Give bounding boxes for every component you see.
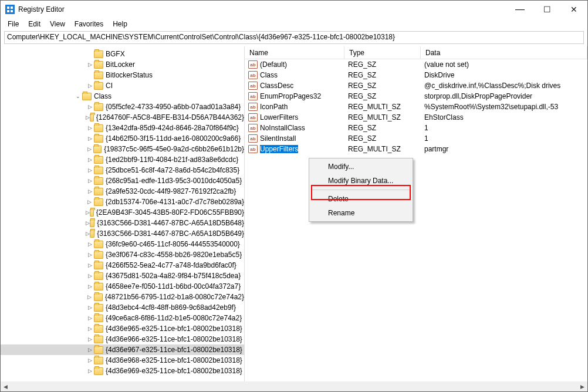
tree-item[interactable]: ▷{4266f552-5ea2-4c77-a748-fda9bd6fac0f}: [1, 260, 244, 271]
tree-item[interactable]: BitlockerStatus: [1, 70, 244, 80]
tree-item[interactable]: ▷{4d36e966-e325-11ce-bfc1-08002be10318}: [1, 334, 244, 344]
expand-icon[interactable]: ▷: [86, 114, 90, 120]
tree-item[interactable]: ▷{36fc9e60-c465-11cf-8056-444553540000}: [1, 239, 244, 249]
value-data: 1: [421, 124, 587, 132]
tree-item[interactable]: ▷{4658ee7e-f050-11d1-b6bd-00c04fa372a7}: [1, 281, 244, 292]
tree-item[interactable]: ▷{2a9fe532-0cdc-44f9-9827-76192f2ca2fb}: [1, 186, 244, 197]
value-row[interactable]: abSilentInstallREG_SZ1: [245, 133, 587, 144]
menu-help[interactable]: Help: [108, 19, 132, 29]
expand-icon[interactable]: ⌄: [74, 93, 82, 99]
expand-icon[interactable]: ▷: [86, 305, 94, 310]
col-data[interactable]: Data: [421, 46, 587, 59]
value-row[interactable]: abUpperFiltersREG_MULTI_SZpartmgr: [245, 144, 587, 154]
expand-icon[interactable]: ▷: [86, 347, 94, 353]
expand-icon[interactable]: ▷: [86, 146, 93, 152]
tree-item[interactable]: ▷{3163C566-D381-4467-87BC-A65A18D5B648}: [1, 218, 244, 228]
maximize-button[interactable]: ☐: [533, 1, 560, 18]
value-row[interactable]: abEnumPropPages32REG_SZstorprop.dll,Disk…: [245, 91, 587, 102]
expand-icon[interactable]: ▷: [86, 315, 94, 321]
expand-icon[interactable]: ▷: [86, 262, 94, 268]
expand-icon[interactable]: ▷: [86, 273, 94, 279]
menu-edit[interactable]: Edit: [23, 19, 45, 29]
scroll-right-icon[interactable]: ▶: [577, 381, 587, 391]
ctx-delete[interactable]: Delete: [310, 192, 411, 206]
tree-pane[interactable]: BGFX▷BitLockerBitlockerStatus▷CI⌄Class▷{…: [1, 46, 245, 382]
col-name[interactable]: Name: [245, 46, 344, 59]
tree-item[interactable]: ▷{05f5cfe2-4733-4950-a6bb-07aad01a3a84}: [1, 102, 244, 112]
value-row[interactable]: abClassREG_SZDiskDrive: [245, 70, 587, 80]
folder-icon: [93, 146, 102, 153]
expand-icon[interactable]: ▷: [86, 241, 94, 247]
tree-item[interactable]: ⌄Class: [1, 91, 244, 102]
menu-view[interactable]: View: [45, 19, 70, 29]
expand-icon[interactable]: ▷: [86, 252, 94, 258]
expand-icon[interactable]: ▷: [86, 83, 94, 89]
tree-item-label: {2EA9B43F-3045-43B5-80F2-FD06C55FBB90}: [96, 208, 244, 217]
tree-item[interactable]: ▷{3163C566-D381-4467-87BC-A65A18D5B649}: [1, 228, 244, 239]
expand-icon[interactable]: ▷: [86, 136, 94, 141]
expand-icon[interactable]: ▷: [86, 199, 94, 205]
tree-item[interactable]: ▷{268c95a1-edfe-11d3-95c3-0010dc4050a5}: [1, 175, 244, 186]
bottom-scroll[interactable]: ◀ ▶: [1, 381, 587, 391]
tree-item[interactable]: BGFX: [1, 49, 244, 59]
tree-item[interactable]: ▷{43675d81-502a-4a82-9f84-b75f418c5dea}: [1, 271, 244, 281]
menu-file[interactable]: File: [3, 19, 23, 29]
value-row[interactable]: ab(Default)REG_SZ(value not set): [245, 59, 587, 70]
tree-item[interactable]: ▷{48721b56-6795-11d2-b1a8-0080c72e74a2}: [1, 292, 244, 302]
expand-icon[interactable]: ▷: [86, 294, 94, 300]
expand-icon[interactable]: ▷: [86, 231, 90, 236]
tree-item[interactable]: ▷{4d36e967-e325-11ce-bfc1-08002be10318}: [1, 344, 244, 355]
tree-item[interactable]: ▷{1264760F-A5C8-4BFE-B314-D56A7B44A362}: [1, 112, 244, 123]
expand-icon[interactable]: ▷: [86, 368, 94, 374]
expand-icon[interactable]: ▷: [86, 357, 94, 363]
tree-item[interactable]: ▷BitLocker: [1, 59, 244, 70]
svg-rect-3: [11, 10, 13, 12]
tree-item[interactable]: ▷CI: [1, 80, 244, 91]
titlebar[interactable]: Registry Editor — ☐ ✕: [1, 1, 587, 18]
tree-item[interactable]: ▷{2db15374-706e-4131-a0c7-d7c78eb0289a}: [1, 197, 244, 207]
tree-item-label: {19837c5c-96f5-45e0-9a2d-c6bb26e61b12b}: [104, 145, 244, 153]
col-type[interactable]: Type: [344, 46, 421, 59]
tree-item[interactable]: ▷{25dbce51-6c8f-4a72-8a6d-b54c2b4fc835}: [1, 165, 244, 175]
values-pane[interactable]: Name Type Data ab(Default)REG_SZ(value n…: [245, 46, 587, 382]
value-row[interactable]: abLowerFiltersREG_MULTI_SZEhStorClass: [245, 112, 587, 123]
expand-icon[interactable]: ▷: [86, 220, 90, 226]
string-icon: ab: [248, 92, 258, 100]
expand-icon[interactable]: ▷: [86, 125, 94, 131]
expand-icon[interactable]: ▷: [86, 104, 94, 110]
tree-item-label: {49ce6ac8-6f86-11d2-b1e5-0080c72e74a2}: [106, 314, 242, 322]
expand-icon[interactable]: ▷: [86, 283, 94, 289]
expand-icon[interactable]: ▷: [86, 62, 94, 67]
expand-icon[interactable]: ▷: [86, 209, 90, 215]
expand-icon[interactable]: ▷: [86, 336, 94, 342]
folder-icon: [94, 336, 103, 343]
value-row[interactable]: abNoInstallClassREG_SZ1: [245, 123, 587, 133]
ctx-rename[interactable]: Rename: [310, 206, 411, 220]
tree-item[interactable]: ▷{49ce6ac8-6f86-11d2-b1e5-0080c72e74a2}: [1, 313, 244, 323]
scroll-left-icon[interactable]: ◀: [1, 381, 11, 391]
value-row[interactable]: abIconPathREG_MULTI_SZ%SystemRoot%\Syste…: [245, 102, 587, 112]
tree-item[interactable]: ▷{4d36e969-e325-11ce-bfc1-08002be10318}: [1, 366, 244, 376]
menu-favorites[interactable]: Favorites: [70, 19, 108, 29]
expand-icon[interactable]: ▷: [86, 167, 94, 173]
tree-item[interactable]: ▷{48d3ebc4-4cf8-48ff-b869-9c68ad42eb9f}: [1, 302, 244, 313]
address-bar[interactable]: Computer\HKEY_LOCAL_MACHINE\SYSTEM\Curre…: [4, 31, 584, 44]
tree-item[interactable]: ▷{1ed2bbf9-11f0-4084-b21f-ad83a8e6dcdc}: [1, 154, 244, 165]
value-row[interactable]: abClassDescREG_SZ@c_diskdrive.inf,%Class…: [245, 80, 587, 91]
expand-icon[interactable]: ▷: [86, 188, 94, 194]
tree-item[interactable]: ▷{19837c5c-96f5-45e0-9a2d-c6bb26e61b12b}: [1, 144, 244, 154]
value-name-cell: abClassDesc: [245, 82, 344, 90]
ctx-modify-binary[interactable]: Modify Binary Data...: [310, 174, 411, 188]
ctx-modify[interactable]: Modify...: [310, 160, 411, 174]
minimize-button[interactable]: —: [506, 1, 533, 18]
tree-item[interactable]: ▷{13e42dfa-85d9-424d-8646-28a70f864f9c}: [1, 123, 244, 133]
expand-icon[interactable]: ▷: [86, 326, 94, 332]
expand-icon[interactable]: ▷: [86, 178, 94, 184]
tree-item[interactable]: ▷{14b62f50-3f15-11dd-ae16-0800200c9a66}: [1, 133, 244, 144]
tree-item[interactable]: ▷{4d36e968-e325-11ce-bfc1-08002be10318}: [1, 355, 244, 366]
tree-item[interactable]: ▷{3e3f0674-c83c-4558-bb26-9820e1eba5c5}: [1, 249, 244, 260]
tree-item[interactable]: ▷{4d36e965-e325-11ce-bfc1-08002be10318}: [1, 323, 244, 334]
close-button[interactable]: ✕: [560, 1, 587, 18]
expand-icon[interactable]: ▷: [86, 157, 94, 163]
tree-item[interactable]: ▷{2EA9B43F-3045-43B5-80F2-FD06C55FBB90}: [1, 207, 244, 218]
